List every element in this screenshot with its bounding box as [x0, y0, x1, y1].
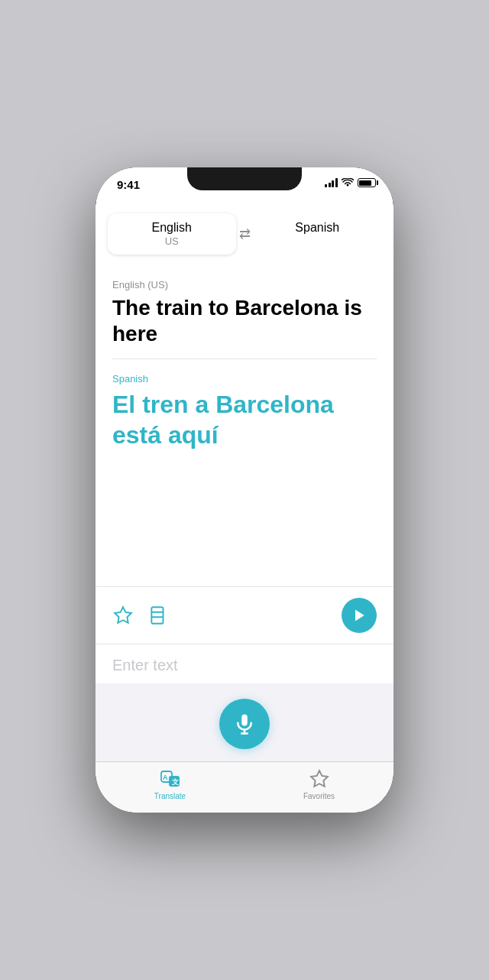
translate-tab-icon: A 文: [160, 768, 181, 790]
tab-favorites[interactable]: Favorites: [244, 768, 393, 800]
phone-frame: 9:41 English: [96, 167, 393, 813]
source-text: The train to Barcelona is here: [112, 295, 377, 346]
status-bar: 9:41: [96, 167, 393, 206]
translation-area: English (US) The train to Barcelona is h…: [96, 264, 393, 586]
battery-icon: [358, 178, 379, 187]
source-section: English (US) The train to Barcelona is h…: [96, 264, 393, 359]
status-time: 9:41: [117, 178, 140, 191]
text-input-placeholder[interactable]: Enter text: [112, 657, 377, 674]
action-left-icons: [112, 605, 169, 626]
svg-marker-4: [355, 610, 364, 621]
svg-marker-12: [311, 771, 328, 787]
svg-text:文: 文: [171, 778, 178, 786]
wifi-icon: [342, 178, 354, 187]
target-language-name: Spanish: [264, 221, 371, 235]
microphone-icon: [233, 712, 256, 735]
tab-translate[interactable]: A 文 Translate: [96, 768, 244, 800]
input-area: Enter text: [96, 644, 393, 761]
book-icon: [148, 605, 168, 625]
star-icon: [113, 605, 133, 625]
svg-rect-1: [151, 607, 163, 624]
play-audio-button[interactable]: [342, 598, 377, 633]
notch: [187, 167, 302, 190]
status-icons: [325, 178, 378, 187]
svg-rect-5: [241, 715, 248, 726]
language-swap-icon[interactable]: ⇄: [236, 213, 254, 255]
svg-text:A: A: [163, 774, 168, 781]
translated-section: Spanish El tren a Barcelona está aquí: [96, 359, 393, 586]
favorites-tab-icon: [309, 768, 330, 790]
favorites-tab-label: Favorites: [303, 792, 335, 800]
translated-text: El tren a Barcelona está aquí: [112, 389, 377, 450]
translated-section-label: Spanish: [112, 373, 377, 385]
source-language-name: English: [118, 221, 225, 235]
signal-bars-icon: [325, 178, 338, 187]
target-language-button[interactable]: Spanish: [254, 213, 382, 255]
play-icon: [351, 608, 367, 623]
microphone-button[interactable]: [219, 699, 270, 749]
action-bar: [96, 586, 393, 644]
phone-screen: 9:41 English: [96, 167, 393, 813]
source-section-label: English (US): [112, 279, 377, 290]
tab-bar: A 文 Translate Favorites: [96, 761, 393, 813]
language-selector: English US ⇄ Spanish: [96, 206, 393, 264]
favorite-button[interactable]: [112, 605, 134, 626]
mic-row: [96, 683, 393, 761]
source-language-sub: US: [118, 235, 225, 247]
source-language-button[interactable]: English US: [108, 213, 236, 255]
phrasebook-button[interactable]: [147, 605, 169, 626]
text-input-row[interactable]: Enter text: [96, 644, 393, 683]
svg-marker-0: [115, 607, 131, 623]
translate-tab-label: Translate: [154, 792, 186, 800]
